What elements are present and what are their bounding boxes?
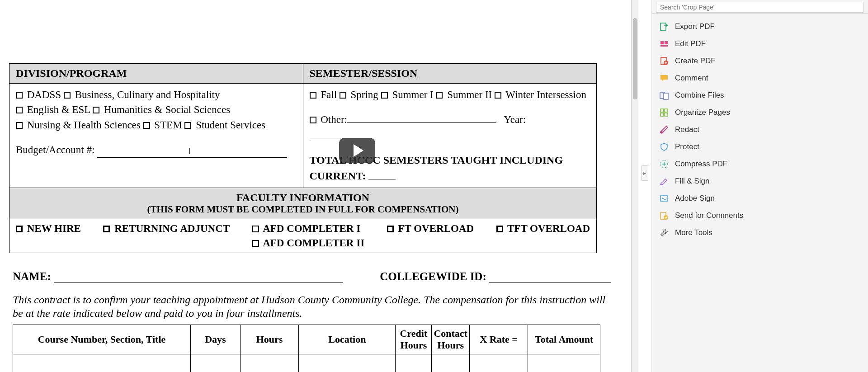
tool-fill-sign[interactable]: Fill & Sign [651,173,868,190]
opt-other: Other: [321,114,347,125]
create-pdf-icon [660,57,669,66]
opt-tft: TFT OVERLOAD [507,223,590,234]
course-header-row: Course Number, Section, Title Days Hours… [13,325,600,354]
table-row[interactable] [13,354,600,372]
opt-fall: Fall [321,89,337,100]
opt-new-hire: NEW HIRE [27,223,81,234]
tool-edit-pdf[interactable]: Edit PDF [651,35,868,52]
other-field[interactable] [347,122,496,123]
checkbox-s2[interactable] [436,92,443,99]
tools-pane: Export PDF Edit PDF Create PDF Comment C… [651,0,868,372]
tool-protect[interactable]: Protect [651,138,868,155]
checkbox-ss[interactable] [184,122,191,129]
checkbox-hss[interactable] [93,107,99,113]
tool-export-pdf[interactable]: Export PDF [651,18,868,35]
checkbox-returning[interactable] [103,226,110,232]
tool-create-pdf[interactable]: Create PDF [651,52,868,70]
svg-rect-3 [660,45,668,47]
tool-organize-pages[interactable]: Organize Pages [651,104,868,121]
checkbox-winter[interactable] [495,92,501,99]
checkbox-nhs[interactable] [16,122,23,129]
shield-icon [660,142,669,151]
tool-label: Send for Comments [675,211,743,220]
opt-bch: Business, Culinary and Hospitality [75,89,220,100]
tool-more-tools[interactable]: More Tools [651,224,868,241]
opt-afd2: AFD COMPLETER II [263,237,364,249]
col-rate: X Rate = [469,325,528,354]
checkbox-other[interactable] [310,117,316,123]
checkbox-new-hire[interactable] [16,226,23,232]
checkbox-spring[interactable] [340,92,346,99]
combine-icon [660,91,669,100]
checkbox-stem[interactable] [143,122,150,129]
checkbox-dadss[interactable] [16,92,23,99]
vertical-scrollbar[interactable] [631,0,638,372]
svg-rect-14 [660,196,668,201]
fill-sign-icon [660,177,669,186]
name-field[interactable] [54,283,343,283]
tool-compress-pdf[interactable]: Compress PDF [651,155,868,173]
opt-spring: Spring [351,89,378,100]
faculty-title: FACULTY INFORMATION [16,192,590,204]
checkbox-afd1[interactable] [252,226,259,232]
play-icon [354,144,363,157]
tool-label: Combine Files [675,91,724,100]
faculty-options-cell: NEW HIRE RETURNING ADJUNCT AFD COMPLETER… [9,219,597,253]
opt-eng: English & ESL [27,104,90,115]
collegewide-id-field[interactable] [489,283,611,283]
opt-hss: Humanities & Social Sciences [104,104,230,115]
tool-redact[interactable]: Redact [651,121,868,138]
col-credit: Credit Hours [396,325,432,354]
year-label: Year: [504,114,526,125]
video-play-button[interactable] [339,138,375,163]
tool-label: Protect [675,142,699,151]
course-table: Course Number, Section, Title Days Hours… [13,325,600,372]
svg-rect-10 [660,113,664,116]
budget-field[interactable]: I [97,142,287,158]
tools-search-input[interactable] [656,2,863,13]
col-days: Days [191,325,241,354]
pdf-page: DIVISION/PROGRAM SEMESTER/SESSION DADSS … [9,0,615,372]
tool-label: Adobe Sign [675,194,715,203]
col-course: Course Number, Section, Title [13,325,191,354]
division-cell: DADSS Business, Culinary and Hospitality… [9,84,303,188]
col-total: Total Amount [528,325,600,354]
text-cursor-icon: I [188,144,191,158]
opt-stem: STEM [154,119,182,131]
scrollbar-thumb[interactable] [633,18,637,99]
send-icon [660,211,669,220]
checkbox-fall[interactable] [310,92,316,99]
tool-comment[interactable]: Comment [651,70,868,87]
checkbox-ft[interactable] [387,226,394,232]
svg-rect-11 [665,113,668,116]
faculty-header: FACULTY INFORMATION (THIS FORM MUST BE C… [9,188,597,219]
opt-winter: Winter Intersession [505,89,586,100]
tool-label: Fill & Sign [675,177,710,186]
tool-label: Export PDF [675,22,715,31]
checkbox-eng[interactable] [16,107,23,113]
checkbox-tft[interactable] [496,226,503,232]
checkbox-bch[interactable] [64,92,71,99]
chevron-right-icon: ▸ [643,170,646,176]
tool-label: Compress PDF [675,160,727,169]
opt-returning: RETURNING ADJUNCT [114,223,230,234]
header-division: DIVISION/PROGRAM [9,64,303,84]
export-pdf-icon [660,22,669,31]
tool-combine-files[interactable]: Combine Files [651,87,868,104]
svg-rect-8 [660,109,664,112]
document-viewport[interactable]: DIVISION/PROGRAM SEMESTER/SESSION DADSS … [0,0,651,372]
compress-icon [660,160,669,169]
total-taught-field[interactable] [368,179,396,179]
collegewide-id-label: COLLEGEWIDE ID: [380,270,486,283]
collapse-right-pane-button[interactable]: ▸ [641,165,648,181]
name-id-row: NAME: COLLEGEWIDE ID: [13,270,611,283]
opt-dadss: DADSS [27,89,61,100]
tool-label: More Tools [675,228,712,237]
checkbox-s1[interactable] [381,92,388,99]
tool-adobe-sign[interactable]: Adobe Sign [651,190,868,207]
checkbox-afd2[interactable] [252,240,259,247]
tool-send-comments[interactable]: Send for Comments [651,207,868,224]
edit-pdf-icon [660,39,669,48]
opt-afd1: AFD COMPLETER I [263,223,360,234]
opt-ft: FT OVERLOAD [398,223,474,234]
